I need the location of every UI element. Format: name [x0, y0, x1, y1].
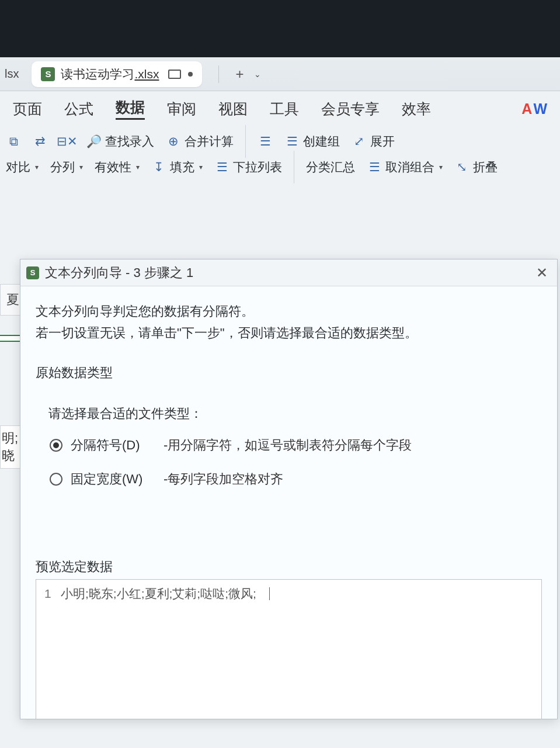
ribbon-tab-formula[interactable]: 公式: [64, 99, 93, 119]
prev-tab-partial[interactable]: lsx: [5, 67, 23, 81]
text-cursor: [269, 587, 270, 600]
file-type-radio-group: 分隔符号(D) -用分隔字符，如逗号或制表符分隔每个字段 固定宽度(W) -每列…: [36, 437, 542, 488]
radio-delimited-label: 分隔符号(D): [71, 437, 155, 454]
preview-data-box[interactable]: 1 小明;晓东;小红;夏利;艾莉;哒哒;微风;: [36, 579, 542, 719]
merge-calc-button[interactable]: ⊕合并计算: [166, 133, 234, 150]
modified-dot-icon: [188, 72, 193, 77]
compare-dropdown[interactable]: 对比: [6, 159, 39, 175]
dialog-app-icon: S: [26, 266, 39, 279]
ribbon-tab-view[interactable]: 视图: [218, 99, 248, 119]
radio-delimited[interactable]: 分隔符号(D) -用分隔字符，如逗号或制表符分隔每个字段: [50, 437, 542, 454]
ribbon-tab-page[interactable]: 页面: [13, 99, 42, 119]
ribbon-tab-data[interactable]: 数据: [116, 98, 145, 120]
create-group-button[interactable]: ☰创建组: [284, 133, 340, 150]
radio-fixed-width-label: 固定宽度(W): [71, 470, 155, 488]
radio-delimited-desc: -用分隔字符，如逗号或制表符分隔每个字段: [164, 437, 412, 454]
data-toolbar: ⧉ ⇄ ⊟✕ 🔎查找录入 ⊕合并计算 ☰ ☰创建组 ⤢展开 对比 分列 有效性 …: [0, 126, 560, 183]
spreadsheet-icon: S: [41, 67, 55, 81]
app-logo[interactable]: AW: [521, 101, 547, 117]
display-mode-icon[interactable]: [168, 70, 181, 79]
expand-button[interactable]: ⤢展开: [352, 133, 395, 150]
outline-icon[interactable]: ☰: [258, 134, 273, 149]
split-column-dropdown[interactable]: 分列: [50, 159, 83, 175]
original-data-type-header: 原始数据类型: [36, 364, 542, 382]
radio-fixed-width-desc: -每列字段加空格对齐: [164, 470, 283, 488]
preview-row: 1 小明;晓东;小红;夏利;艾莉;哒哒;微风;: [44, 586, 533, 602]
tool-icon-3[interactable]: ⊟✕: [60, 134, 75, 149]
radio-icon: [50, 439, 62, 452]
subtotal-button[interactable]: 分类汇总: [306, 159, 355, 175]
ribbon-tab-member[interactable]: 会员专享: [321, 99, 380, 119]
radio-icon: [50, 473, 62, 486]
document-tab-bar: lsx S 读书运动学习.xlsx + ⌄: [0, 57, 560, 91]
tab-list-dropdown[interactable]: ⌄: [254, 70, 261, 79]
ribbon-tabs: 页面 公式 数据 审阅 视图 工具 会员专享 效率 AW: [0, 91, 560, 126]
dropdown-list-button[interactable]: ☰下拉列表: [214, 159, 282, 175]
dialog-titlebar: S 文本分列向导 - 3 步骤之 1 ✕: [20, 259, 557, 286]
dialog-intro: 文本分列向导判定您的数据有分隔符。 若一切设置无误，请单击"下一步"，否则请选择…: [36, 300, 542, 344]
ribbon-tab-review[interactable]: 审阅: [167, 99, 196, 119]
close-button[interactable]: ✕: [533, 265, 551, 281]
tool-icon-2[interactable]: ⇄: [33, 134, 48, 149]
active-tab[interactable]: S 读书运动学习.xlsx: [32, 61, 202, 87]
fill-dropdown[interactable]: ↧填充: [151, 159, 203, 175]
dialog-title: 文本分列向导 - 3 步骤之 1: [45, 264, 193, 282]
text-to-columns-wizard-dialog: S 文本分列向导 - 3 步骤之 1 ✕ 文本分列向导判定您的数据有分隔符。 若…: [20, 259, 558, 719]
validity-dropdown[interactable]: 有效性: [95, 159, 140, 175]
active-tab-title: 读书运动学习.xlsx: [61, 66, 159, 82]
ungroup-dropdown[interactable]: ☰取消组合: [367, 159, 443, 175]
preview-row-number: 1: [44, 587, 55, 601]
new-tab-button[interactable]: +: [235, 66, 244, 82]
radio-fixed-width[interactable]: 固定宽度(W) -每列字段加空格对齐: [50, 470, 542, 488]
find-import-button[interactable]: 🔎查找录入: [86, 133, 154, 150]
ribbon-tab-tools[interactable]: 工具: [270, 99, 299, 119]
ribbon-tab-efficiency[interactable]: 效率: [402, 99, 431, 119]
tool-icon-1[interactable]: ⧉: [6, 134, 21, 149]
preview-header: 预览选定数据: [36, 558, 542, 576]
collapse-button[interactable]: ⤡折叠: [454, 159, 498, 175]
preview-row-text: 小明;晓东;小红;夏利;艾莉;哒哒;微风;: [61, 586, 256, 602]
file-type-prompt: 请选择最合适的文件类型：: [36, 405, 542, 423]
tab-divider: [218, 65, 219, 83]
